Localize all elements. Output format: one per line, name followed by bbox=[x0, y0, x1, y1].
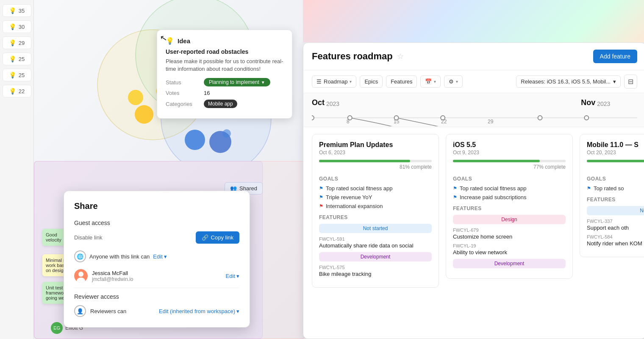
progress-text-3: 65% complete bbox=[587, 164, 644, 170]
feature-item-2-2: FWCYL-19 Ability to view network bbox=[453, 243, 566, 256]
bulb-icon: 💡 bbox=[9, 7, 16, 14]
roadmap-view-button[interactable]: ☰ Roadmap ▾ bbox=[312, 75, 356, 88]
categories-label: Categories bbox=[166, 101, 204, 107]
goal-item-1-2: ⚑ Triple revenue YoY bbox=[319, 194, 432, 200]
features-label-3: Features bbox=[587, 197, 644, 203]
status-badge[interactable]: Planning to implement ▼ bbox=[204, 78, 270, 86]
copy-link-button[interactable]: 🔗 Copy link bbox=[196, 231, 239, 244]
votes-label: Votes bbox=[166, 90, 204, 96]
bulb-icon: 💡 bbox=[9, 23, 16, 30]
release-card-ios: iOS 5.5 Oct 9, 2023 77% complete Goals ⚑… bbox=[446, 134, 573, 279]
person-edit-link[interactable]: Edit ▾ bbox=[226, 273, 239, 279]
roadmap-toolbar: ☰ Roadmap ▾ Epics Features 📅 ▾ ⚙ ▾ Relea… bbox=[303, 70, 644, 93]
anyone-edit-link[interactable]: Edit ▾ bbox=[153, 253, 167, 260]
filter-button[interactable]: ⊟ bbox=[624, 75, 637, 89]
feature-status-tag-1b: Development bbox=[319, 252, 432, 261]
date-22: 22 bbox=[441, 119, 447, 125]
chevron-icon: ▾ bbox=[164, 253, 167, 260]
roadmap-header: Features roadmap ☆ Add feature bbox=[303, 43, 644, 70]
disable-link-btn[interactable]: Disable link bbox=[74, 234, 102, 241]
idea-description: Please make it possible for us to contri… bbox=[166, 58, 283, 73]
reviewer-edit-link[interactable]: Edit (inherited from workspace) ▾ bbox=[159, 308, 239, 314]
share-dialog-title: Share bbox=[74, 201, 239, 211]
votes-value: 16 bbox=[204, 90, 210, 96]
date-8: 8 bbox=[347, 119, 350, 125]
feature-name: Notify rider when KOM bbox=[587, 240, 644, 247]
feature-name: Customize home screen bbox=[453, 233, 566, 240]
bulb-icon: 💡 bbox=[9, 88, 16, 94]
hamburger-icon: ☰ bbox=[316, 78, 322, 85]
progress-text-1: 81% complete bbox=[319, 164, 432, 170]
release-card-mobile: Mobile 11.0 — S Oct 20, 2023 65% complet… bbox=[580, 134, 644, 257]
feature-name: Support each oth bbox=[587, 225, 644, 231]
features-button[interactable]: Features bbox=[386, 75, 417, 88]
releases-dropdown[interactable]: Releases: iOS 16.3, iOS 5.5, Mobil... ▾ bbox=[516, 75, 621, 88]
sidebar-item[interactable]: 💡 25 bbox=[3, 53, 31, 65]
progress-bar-fill-1 bbox=[319, 160, 410, 162]
sidebar-item[interactable]: 💡 22 bbox=[3, 85, 31, 97]
anyone-link-row: 🌐 Anyone with this link can Edit ▾ bbox=[74, 250, 239, 262]
goal-icon: ⚑ bbox=[319, 203, 323, 209]
gradient-bg bbox=[303, 0, 644, 42]
sidebar-item[interactable]: 💡 35 bbox=[3, 4, 31, 17]
guest-access-label: Guest access bbox=[74, 220, 239, 226]
idea-categories-row: Categories Mobile app bbox=[166, 100, 283, 108]
goals-section-label-3: Goals bbox=[587, 176, 644, 182]
feature-item-3-1: FWCYL-337 Support each oth bbox=[587, 219, 644, 231]
person-info: Jessica McFall jmcfall@fredwin.io bbox=[74, 269, 133, 283]
share-dialog: Share Guest access Disable link 🔗 Copy l… bbox=[64, 191, 250, 328]
reviewer-access-label: Reviewer access bbox=[74, 293, 239, 300]
goal-icon: ⚑ bbox=[319, 195, 323, 200]
features-label-1: Features bbox=[319, 214, 432, 220]
goal-icon: ⚑ bbox=[319, 186, 323, 191]
svg-point-3 bbox=[128, 90, 143, 105]
idea-status-row: Status Planning to implement ▼ bbox=[166, 78, 283, 86]
sidebar-item[interactable]: 💡 25 bbox=[3, 69, 31, 81]
roadmap-panel: Features roadmap ☆ Add feature ☰ Roadmap… bbox=[303, 42, 644, 339]
avatar-circle: EG bbox=[51, 322, 63, 334]
sidebar-item[interactable]: 💡 29 bbox=[3, 36, 31, 49]
category-tag: Mobile app bbox=[204, 100, 237, 108]
person-email: jmcfall@fredwin.io bbox=[92, 276, 133, 282]
sidebar-item[interactable]: 💡 30 bbox=[3, 20, 31, 33]
date-29: 29 bbox=[488, 119, 493, 125]
chevron-down-icon: ▾ bbox=[350, 79, 352, 84]
star-icon[interactable]: ☆ bbox=[397, 52, 404, 61]
goal-item-3-1: ⚑ Top rated so bbox=[587, 185, 644, 192]
feature-id: FWCYL-591 bbox=[319, 236, 432, 242]
idea-votes-row: Votes 16 bbox=[166, 90, 283, 96]
globe-icon: 🌐 bbox=[74, 250, 86, 262]
calendar-button[interactable]: 📅 ▾ bbox=[420, 75, 441, 88]
dialog-divider bbox=[74, 288, 239, 288]
feature-id: FWCYL-584 bbox=[587, 234, 644, 239]
feature-name: Automatically share ride data on social bbox=[319, 242, 432, 249]
status-arrow-icon: ▼ bbox=[261, 80, 265, 85]
goal-item-2-1: ⚑ Top rated social fitness app bbox=[453, 185, 566, 192]
svg-point-21 bbox=[584, 116, 588, 120]
person-avatar bbox=[74, 269, 88, 283]
oct-label: Oct bbox=[312, 98, 325, 109]
oct-year: 2023 bbox=[326, 98, 339, 109]
reviewer-text: Reviewers can bbox=[90, 308, 155, 314]
card-date-premium: Oct 6, 2023 bbox=[319, 150, 432, 156]
feature-status-tag-1: Not started bbox=[319, 224, 432, 233]
feature-name: Ability to view network bbox=[453, 249, 566, 256]
reviewer-icon: 👤 bbox=[74, 305, 86, 317]
guest-access-row: Disable link 🔗 Copy link bbox=[74, 231, 239, 244]
chevron-down-icon: ▾ bbox=[456, 79, 458, 84]
feature-id: FWCYL-19 bbox=[453, 243, 566, 248]
goal-icon: ⚑ bbox=[453, 186, 457, 191]
bulb-icon: 💡 bbox=[9, 56, 16, 62]
goal-item-2-2: ⚑ Increase paid subscriptions bbox=[453, 194, 566, 200]
release-card-premium: Premium Plan Updates Oct 6, 2023 81% com… bbox=[312, 134, 439, 288]
chevron-down-icon: ▾ bbox=[613, 78, 616, 85]
cards-area: Premium Plan Updates Oct 6, 2023 81% com… bbox=[303, 127, 644, 339]
feature-status-tag-2b: Development bbox=[453, 259, 566, 268]
settings-button[interactable]: ⚙ ▾ bbox=[444, 75, 463, 88]
reviewer-section: Reviewer access 👤 Reviewers can Edit (in… bbox=[74, 293, 239, 317]
epics-button[interactable]: Epics bbox=[360, 75, 383, 88]
progress-bar-fill-3 bbox=[587, 160, 644, 162]
calendar-icon: 📅 bbox=[425, 78, 432, 85]
add-feature-button[interactable]: Add feature bbox=[593, 50, 637, 63]
idea-tooltip-header: 💡 Idea bbox=[166, 37, 283, 45]
